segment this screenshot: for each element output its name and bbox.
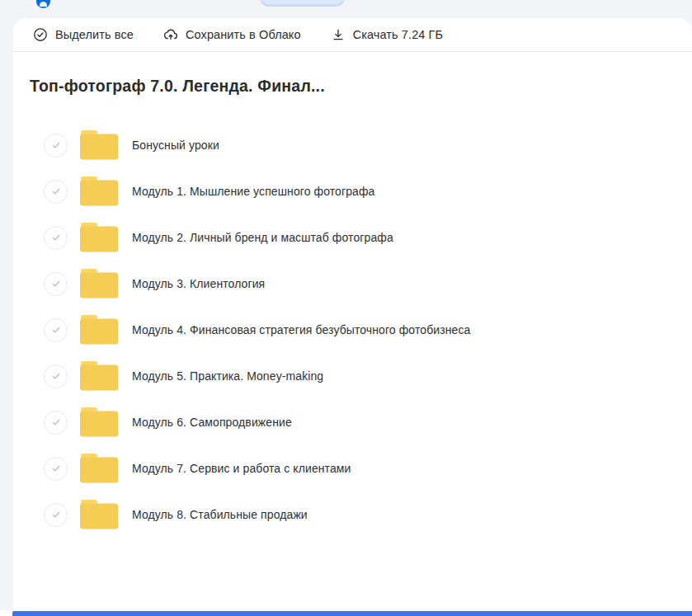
select-all-label: Выделить все [55, 28, 134, 41]
top-pill-button[interactable] [260, 0, 345, 7]
folder-name: Модуль 3. Клиентология [132, 277, 265, 290]
folder-row[interactable]: Модуль 4. Финансовая стратегия безубыточ… [13, 307, 692, 353]
content-card: Выделить все Сохранить в Облако Скачать … [13, 18, 692, 610]
bottom-panel-edge [12, 611, 692, 616]
check-circle-icon [33, 27, 48, 42]
save-to-cloud-button[interactable]: Сохранить в Облако [163, 27, 301, 42]
folder-row[interactable]: Модуль 1. Мышление успешного фотографа [13, 168, 692, 214]
folder-row[interactable]: Модуль 5. Практика. Money-making [13, 353, 692, 399]
folder-icon [68, 176, 118, 206]
folder-icon [68, 315, 118, 345]
page-title: Топ-фотограф 7.0. Легенда. Финал... [30, 77, 692, 96]
folder-row[interactable]: Бонусный уроки [13, 122, 692, 168]
folder-name: Модуль 2. Личный бренд и масштаб фотогра… [132, 231, 393, 244]
row-checkbox[interactable] [44, 134, 68, 158]
download-button[interactable]: Скачать 7.24 ГБ [331, 27, 444, 42]
row-checkbox[interactable] [44, 226, 68, 250]
row-checkbox[interactable] [44, 180, 68, 204]
cloud-upload-icon [163, 27, 178, 42]
folder-icon [68, 361, 118, 391]
folder-row[interactable]: Модуль 2. Личный бренд и масштаб фотогра… [13, 214, 692, 261]
row-checkbox[interactable] [44, 457, 68, 481]
save-to-cloud-label: Сохранить в Облако [186, 28, 301, 41]
folder-name: Бонусный уроки [132, 139, 219, 152]
folder-icon [68, 269, 118, 299]
download-icon [331, 27, 346, 42]
folder-row[interactable]: Модуль 6. Самопродвижение [13, 399, 692, 445]
folder-name: Модуль 7. Сервис и работа с клиентами [132, 462, 351, 475]
folder-name: Модуль 8. Стабильные продажи [132, 508, 308, 521]
toolbar: Выделить все Сохранить в Облако Скачать … [13, 18, 692, 52]
download-label: Скачать 7.24 ГБ [353, 28, 444, 41]
folder-icon [68, 407, 118, 437]
folder-icon [68, 500, 118, 529]
folder-name: Модуль 1. Мышление успешного фотографа [132, 185, 374, 198]
folder-row[interactable]: Модуль 3. Клиентология [13, 261, 692, 307]
row-checkbox[interactable] [44, 318, 68, 342]
row-checkbox[interactable] [44, 411, 68, 435]
folder-icon [68, 223, 118, 252]
folder-icon [68, 454, 118, 483]
row-checkbox[interactable] [44, 503, 68, 527]
row-checkbox[interactable] [44, 364, 68, 388]
folder-name: Модуль 5. Практика. Money-making [132, 369, 323, 383]
folder-row[interactable]: Модуль 7. Сервис и работа с клиентами [13, 445, 692, 491]
folder-list: Бонусный уроки Модуль 1. Мышление успешн… [13, 122, 692, 538]
folder-name: Модуль 4. Финансовая стратегия безубыточ… [132, 323, 470, 336]
folder-name: Модуль 6. Самопродвижение [132, 416, 292, 429]
folder-row[interactable]: Модуль 8. Стабильные продажи [13, 491, 692, 538]
select-all-button[interactable]: Выделить все [33, 27, 134, 42]
row-checkbox[interactable] [44, 272, 68, 296]
folder-icon [68, 130, 118, 160]
